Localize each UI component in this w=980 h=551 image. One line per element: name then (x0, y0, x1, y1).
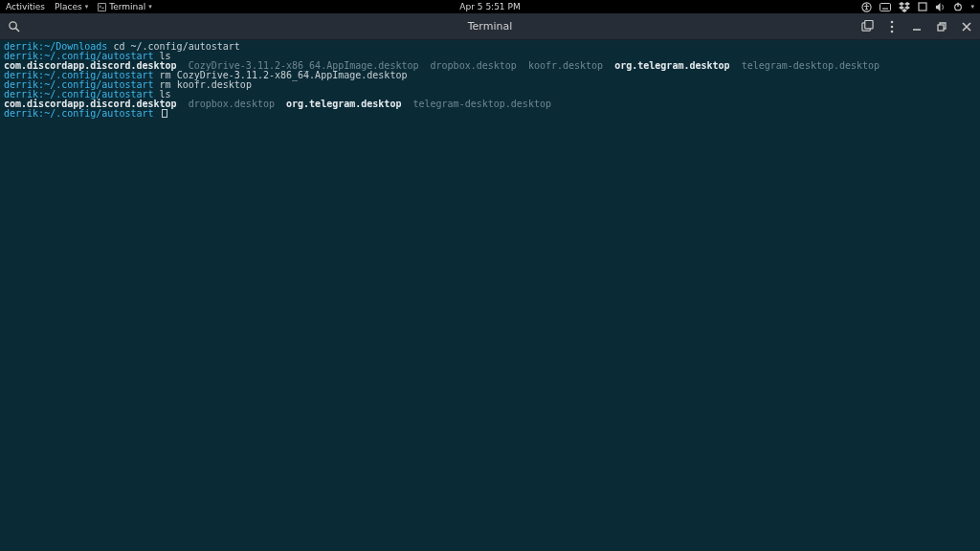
power-icon[interactable] (953, 2, 963, 11)
svg-point-14 (891, 25, 894, 28)
terminal-icon (98, 3, 106, 11)
dropbox-icon[interactable] (899, 2, 910, 12)
svg-rect-12 (864, 20, 872, 28)
minimize-button[interactable] (909, 19, 924, 34)
chevron-down-icon[interactable]: ▾ (970, 3, 974, 11)
chevron-down-icon: ▾ (85, 3, 89, 11)
chevron-down-icon: ▾ (148, 3, 152, 11)
clock-label: Apr 5 5:51 PM (459, 2, 520, 11)
headerbar-right (859, 19, 974, 34)
terminal-window: Terminal derrik:~/Downloads cd ~/.config… (0, 13, 980, 551)
terminal-menu[interactable]: Terminal ▾ (98, 2, 152, 11)
menu-button[interactable] (884, 19, 900, 34)
new-tab-button[interactable] (859, 19, 875, 34)
svg-rect-4 (880, 3, 891, 11)
top-bar-left: Activities Places ▾ Terminal ▾ (6, 2, 152, 11)
maximize-indicator-icon[interactable] (918, 2, 927, 11)
activities-button[interactable]: Activities (6, 2, 45, 11)
svg-rect-17 (938, 25, 944, 31)
clock[interactable]: Apr 5 5:51 PM (459, 2, 520, 11)
restore-button[interactable] (934, 19, 949, 34)
svg-point-3 (866, 4, 868, 6)
svg-point-9 (9, 22, 15, 29)
close-button[interactable] (959, 19, 974, 34)
cursor (162, 109, 167, 118)
keyboard-icon[interactable] (880, 3, 891, 11)
accessibility-icon[interactable] (861, 2, 872, 12)
terminal-body[interactable]: derrik:~/Downloads cd ~/.config/autostar… (0, 40, 980, 551)
volume-icon[interactable] (935, 2, 946, 12)
top-bar-right: ▾ (861, 2, 974, 12)
search-button[interactable] (6, 19, 21, 34)
window-title: Terminal (468, 20, 513, 33)
places-label: Places (55, 2, 82, 11)
svg-line-10 (15, 28, 19, 32)
svg-rect-6 (919, 3, 926, 11)
gnome-top-bar: Activities Places ▾ Terminal ▾ Apr 5 5:5… (0, 0, 980, 13)
terminal-line: derrik:~/.config/autostart (4, 109, 976, 119)
headerbar: Terminal (0, 13, 980, 40)
terminal-label: Terminal (109, 2, 145, 11)
svg-rect-0 (99, 3, 106, 11)
svg-point-15 (891, 30, 894, 33)
svg-point-13 (891, 20, 894, 23)
headerbar-left (6, 19, 21, 34)
svg-rect-5 (882, 8, 888, 9)
places-menu[interactable]: Places ▾ (55, 2, 88, 11)
